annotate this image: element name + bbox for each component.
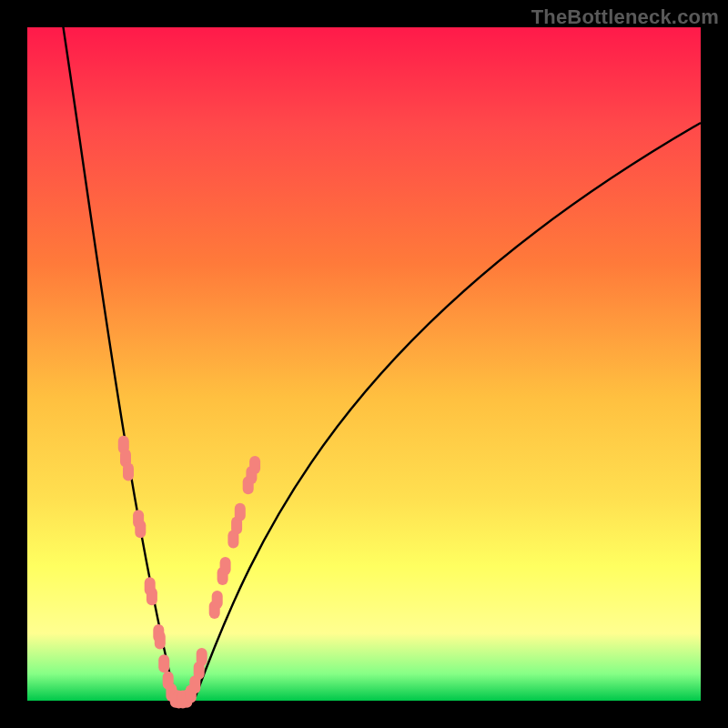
data-marker bbox=[135, 520, 146, 538]
data-marker bbox=[147, 587, 157, 605]
marker-group bbox=[118, 436, 260, 709]
chart-plot-area bbox=[27, 27, 701, 701]
bottleneck-curve bbox=[62, 18, 701, 702]
data-marker bbox=[155, 631, 166, 649]
data-marker bbox=[235, 503, 246, 521]
data-marker bbox=[123, 462, 134, 480]
watermark-text: TheBottleneck.com bbox=[531, 5, 719, 29]
chart-svg bbox=[27, 27, 701, 701]
data-marker bbox=[249, 456, 260, 474]
data-marker bbox=[197, 648, 207, 666]
data-marker bbox=[220, 557, 231, 575]
data-marker bbox=[158, 654, 169, 672]
data-marker bbox=[212, 591, 223, 609]
